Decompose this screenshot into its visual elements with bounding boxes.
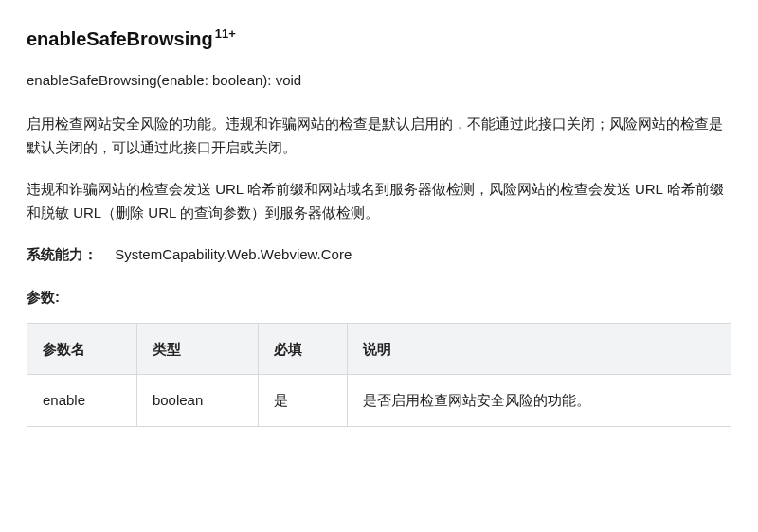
header-param-type: 类型: [136, 323, 258, 375]
api-description-2: 违规和诈骗网站的检查会发送 URL 哈希前缀和网站域名到服务器做检测，风险网站的…: [27, 177, 731, 225]
cell-param-required: 是: [259, 375, 348, 427]
header-param-required: 必填: [259, 323, 348, 375]
capability-label: 系统能力：: [27, 246, 98, 262]
cell-param-description: 是否启用检查网站安全风险的功能。: [347, 375, 731, 427]
system-capability: 系统能力： SystemCapability.Web.Webview.Core: [27, 242, 731, 267]
api-name: enableSafeBrowsing: [27, 28, 213, 49]
api-signature: enableSafeBrowsing(enable: boolean): voi…: [27, 68, 731, 93]
api-description-1: 启用检查网站安全风险的功能。违规和诈骗网站的检查是默认启用的，不能通过此接口关闭…: [27, 112, 731, 160]
cell-param-type: boolean: [136, 375, 258, 427]
table-header-row: 参数名 类型 必填 说明: [27, 323, 731, 375]
params-table: 参数名 类型 必填 说明 enable boolean 是 是否启用检查网站安全…: [27, 323, 731, 427]
table-row: enable boolean 是 是否启用检查网站安全风险的功能。: [27, 375, 731, 427]
api-title: enableSafeBrowsing11+: [27, 23, 731, 55]
api-version-badge: 11+: [215, 27, 236, 41]
header-param-name: 参数名: [27, 323, 137, 375]
params-heading: 参数:: [27, 285, 731, 310]
cell-param-name: enable: [27, 375, 137, 427]
header-param-description: 说明: [347, 323, 731, 375]
capability-value: SystemCapability.Web.Webview.Core: [115, 246, 352, 262]
